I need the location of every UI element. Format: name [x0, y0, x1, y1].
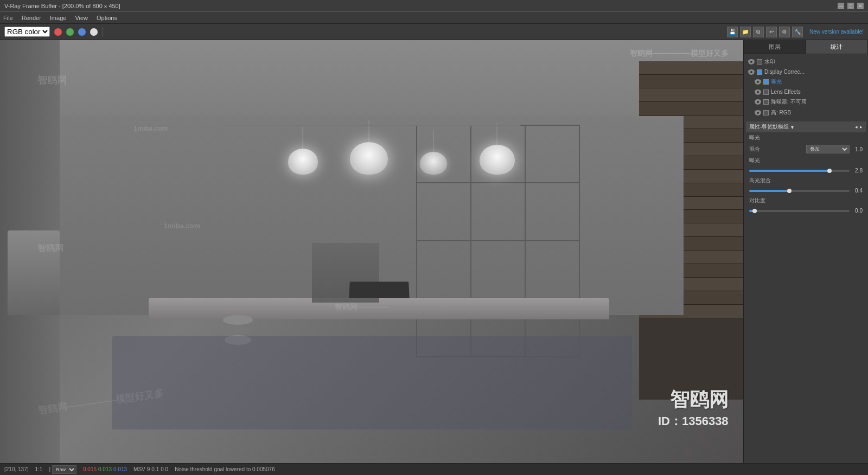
- layer-label-display: Display Correc...: [764, 69, 805, 75]
- menu-bar: File Render Image View Options: [0, 12, 868, 24]
- shelf-row-3: [417, 241, 578, 299]
- layer-label-watermark: 水印: [764, 58, 775, 66]
- prop-slider3-row: 0.0: [746, 206, 866, 215]
- right-panel-tabs: 图层 统计: [744, 40, 868, 54]
- status-green-value: 0.013: [98, 466, 112, 472]
- menu-view[interactable]: View: [75, 15, 88, 21]
- floor-rug: [112, 336, 632, 429]
- prop-slider2-thumb[interactable]: [787, 189, 792, 193]
- prop-slider2-row: 0.4: [746, 186, 866, 195]
- layer-display-correct[interactable]: Display Correc...: [746, 67, 866, 76]
- stone-1: [223, 315, 253, 325]
- save-icon-button[interactable]: 💾: [727, 27, 738, 37]
- white-circle-button[interactable]: [90, 28, 98, 36]
- prop-blend-value: 1.0: [852, 146, 863, 152]
- pendant-bulb-1: [288, 149, 318, 175]
- title-bar: V-Ray Frame Buffer - [200.0% of 800 x 45…: [0, 0, 868, 12]
- minimize-button[interactable]: —: [838, 3, 844, 9]
- checkbox-watermark[interactable]: [757, 59, 762, 65]
- eye-icon-rgb[interactable]: [755, 110, 761, 115]
- prop-slider3-thumb[interactable]: [752, 209, 757, 213]
- prop-highlight-row: 高光混合: [746, 175, 866, 186]
- layer-rgb[interactable]: 高: RGB: [746, 107, 866, 118]
- prop-slider1-fill: [749, 170, 829, 172]
- stone-2: [226, 326, 250, 334]
- layer-exposure[interactable]: 曝光: [746, 76, 866, 87]
- blue-circle-button[interactable]: [78, 28, 86, 36]
- layer-denoiser[interactable]: 降噪器: 不可用: [746, 97, 866, 107]
- eye-icon-denoiser[interactable]: [755, 99, 761, 105]
- menu-options[interactable]: Options: [97, 15, 117, 21]
- pendant-bulb-3: [420, 152, 447, 175]
- toolbar-separator: [102, 27, 103, 37]
- status-channel-label: |: [49, 466, 50, 472]
- menu-image[interactable]: Image: [50, 15, 67, 21]
- prop-exposure-label: 曝光: [749, 134, 863, 142]
- prop-slider2-track[interactable]: [749, 190, 850, 192]
- toolbar-right-icons: 💾 📁 ⧉ ↩ ⚙ 🔧 New version available!: [727, 27, 864, 37]
- blind-slat-4: [639, 102, 743, 115]
- checkbox-rgb[interactable]: [763, 110, 769, 115]
- layer-lens-effects[interactable]: Lens Effects: [746, 87, 866, 97]
- prop-slider2-fill: [749, 190, 789, 192]
- shelf-row-2: [417, 183, 578, 241]
- status-samples-label: MSV: [133, 466, 145, 472]
- room-scene: 智鸥网—————模型好又多 智鸥网 1miba.com 1miba.com 智鸥…: [0, 40, 743, 463]
- desk-surface: [149, 298, 609, 319]
- brand-overlay: 智鸥网 ID：1356338: [658, 387, 729, 429]
- main-layout: 智鸥网—————模型好又多 智鸥网 1miba.com 1miba.com 智鸥…: [0, 40, 868, 463]
- status-samples: MSV 9 0.1 0.0: [133, 466, 168, 472]
- red-circle-button[interactable]: [54, 28, 62, 36]
- checkbox-denoiser[interactable]: [763, 99, 769, 105]
- status-channel: | Raw: [49, 465, 76, 474]
- checkbox-lens[interactable]: [763, 89, 769, 95]
- maximize-button[interactable]: □: [847, 3, 854, 9]
- tools-icon-button[interactable]: 🔧: [792, 27, 803, 37]
- checkbox-display[interactable]: [757, 69, 762, 75]
- prop-nav-left[interactable]: ◂: [855, 124, 858, 130]
- title-text: V-Ray Frame Buffer - [200.0% of 800 x 45…: [4, 3, 120, 9]
- status-bar: [210, 137] 1:1 | Raw 0.015 0.013 0.013 M…: [0, 463, 868, 475]
- pendant-bulb-2: [350, 142, 388, 175]
- pendant-1: [288, 127, 318, 175]
- toolbar: RGB color 💾 📁 ⧉ ↩ ⚙ 🔧 New version availa…: [0, 24, 868, 40]
- prop-slider1-thumb[interactable]: [827, 169, 832, 173]
- pendant-2: [350, 120, 388, 175]
- folder-icon-button[interactable]: 📁: [740, 27, 751, 37]
- checkbox-exposure[interactable]: [763, 79, 769, 85]
- pendant-4: [480, 123, 515, 175]
- menu-render[interactable]: Render: [22, 15, 41, 21]
- prop-nav-right[interactable]: ▸: [860, 124, 863, 130]
- green-circle-button[interactable]: [66, 28, 74, 36]
- eye-icon-display[interactable]: [748, 69, 755, 75]
- prop-source-row: 曝光: [746, 155, 866, 166]
- blind-slat-2: [639, 75, 743, 88]
- prop-slider3-track[interactable]: [749, 210, 850, 212]
- pendant-wire-1: [302, 127, 303, 149]
- pendant-lights-group: [260, 120, 543, 175]
- close-button[interactable]: ✕: [857, 3, 864, 9]
- eye-icon-exposure[interactable]: [755, 79, 761, 85]
- color-mode-select[interactable]: RGB color: [4, 27, 50, 37]
- shelf-cell-2-2: [471, 183, 526, 240]
- status-samples-value: 9: [147, 466, 150, 472]
- layer-watermark[interactable]: 水印: [746, 56, 866, 67]
- copy-icon-button[interactable]: ⧉: [753, 27, 764, 37]
- eye-icon-watermark[interactable]: [748, 59, 755, 65]
- undo-icon-button[interactable]: ↩: [766, 27, 777, 37]
- prop-highlight-label: 高光混合: [749, 177, 863, 184]
- tab-stats[interactable]: 统计: [806, 40, 869, 54]
- new-version-banner: New version available!: [809, 29, 864, 35]
- prop-expand-icon[interactable]: ▾: [791, 124, 794, 130]
- status-zoom: 1:1: [35, 466, 42, 472]
- prop-header[interactable]: 属性-尊贺默模组 ▾ ◂ ▸: [746, 121, 866, 132]
- status-message-text: Noise threshold goal lowered to 0.005076: [175, 466, 275, 472]
- status-rgb-values: 0.015 0.013 0.013: [83, 466, 127, 472]
- status-channel-select[interactable]: Raw: [52, 465, 76, 474]
- prop-blend-select[interactable]: 叠加: [806, 145, 850, 153]
- settings-icon-button[interactable]: ⚙: [779, 27, 790, 37]
- tab-layers[interactable]: 图层: [744, 40, 806, 54]
- eye-icon-lens[interactable]: [755, 89, 761, 95]
- menu-file[interactable]: File: [3, 15, 13, 21]
- prop-slider1-track[interactable]: [749, 170, 850, 172]
